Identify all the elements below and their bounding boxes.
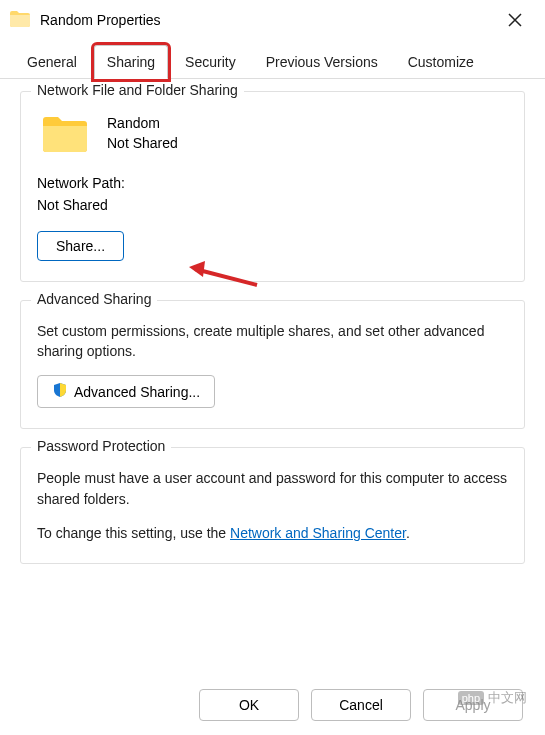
folder-share-status: Not Shared [107,134,178,154]
network-path-label: Network Path: [37,172,508,194]
ok-button[interactable]: OK [199,689,299,721]
cancel-button[interactable]: Cancel [311,689,411,721]
tab-previous-versions[interactable]: Previous Versions [253,45,391,79]
tab-customize[interactable]: Customize [395,45,487,79]
advanced-sharing-description: Set custom permissions, create multiple … [37,321,508,362]
watermark-badge: php [458,691,484,705]
folder-large-icon [41,114,89,154]
title-bar: Random Properties [0,0,545,40]
advanced-sharing-button-label: Advanced Sharing... [74,384,200,400]
network-path: Network Path: Not Shared [37,172,508,217]
watermark: php 中文网 [458,689,527,707]
tab-content: Network File and Folder Sharing Random N… [0,79,545,564]
tab-strip: General Sharing Security Previous Versio… [0,40,545,79]
shield-icon [52,382,68,401]
password-protection-group: Password Protection People must have a u… [20,447,525,564]
folder-name: Random [107,114,178,134]
network-sharing-group: Network File and Folder Sharing Random N… [20,91,525,282]
share-button[interactable]: Share... [37,231,124,261]
tab-sharing[interactable]: Sharing [94,45,168,79]
watermark-text: 中文网 [488,689,527,707]
password-protection-text-1: People must have a user account and pass… [37,468,508,509]
network-sharing-center-link[interactable]: Network and Sharing Center [230,525,406,541]
annotation-arrow [181,257,261,297]
window-title: Random Properties [40,12,495,28]
network-path-value: Not Shared [37,194,508,216]
tab-general[interactable]: General [14,45,90,79]
close-button[interactable] [495,13,535,27]
tab-security[interactable]: Security [172,45,249,79]
advanced-sharing-button[interactable]: Advanced Sharing... [37,375,215,408]
advanced-sharing-group: Advanced Sharing Set custom permissions,… [20,300,525,430]
network-sharing-legend: Network File and Folder Sharing [31,82,244,98]
close-icon [508,13,522,27]
folder-icon [10,11,30,30]
advanced-sharing-legend: Advanced Sharing [31,291,157,307]
password-protection-text-2: To change this setting, use the Network … [37,523,508,543]
pp-line2-prefix: To change this setting, use the [37,525,230,541]
password-protection-legend: Password Protection [31,438,171,454]
folder-info-row: Random Not Shared [37,108,508,168]
pp-line2-suffix: . [406,525,410,541]
folder-info-text: Random Not Shared [107,114,178,153]
